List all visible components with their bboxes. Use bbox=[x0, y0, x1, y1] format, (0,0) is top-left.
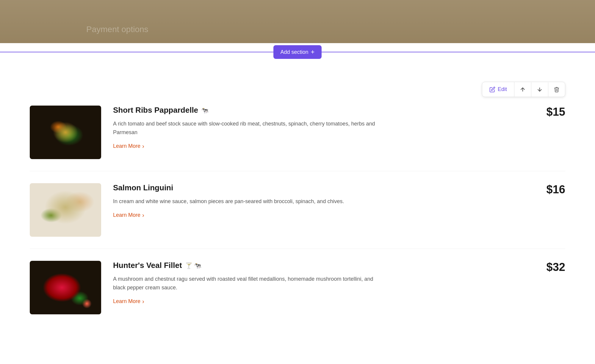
menu-item: Short Ribs Pappardelle 🐄 A rich tomato a… bbox=[30, 94, 565, 171]
chevron-right-icon: › bbox=[142, 143, 144, 150]
add-section-button[interactable]: Add section + bbox=[273, 45, 322, 59]
learn-more-link[interactable]: Learn More › bbox=[113, 298, 535, 305]
hero-section: Payment options bbox=[0, 0, 595, 43]
learn-more-link[interactable]: Learn More › bbox=[113, 212, 535, 219]
toolbar: Edit bbox=[482, 82, 565, 97]
menu-item-name: Short Ribs Pappardelle bbox=[113, 106, 198, 115]
move-down-button[interactable] bbox=[531, 82, 548, 97]
menu-item-name: Salmon Linguini bbox=[113, 183, 173, 192]
menu-item-badge: 🍸 🐄 bbox=[185, 262, 202, 269]
edit-icon bbox=[489, 87, 495, 92]
menu-item-price: $16 bbox=[547, 183, 565, 196]
chevron-right-icon: › bbox=[142, 212, 144, 219]
menu-item-content: Salmon Linguini In cream and white wine … bbox=[113, 183, 535, 219]
menu-item-description: A mushroom and chestnut ragu served with… bbox=[113, 275, 381, 292]
menu-item-content: Short Ribs Pappardelle 🐄 A rich tomato a… bbox=[113, 106, 535, 150]
menu-item-image bbox=[30, 261, 101, 314]
learn-more-label: Learn More bbox=[113, 298, 140, 305]
hero-overlay bbox=[0, 0, 595, 43]
menu-item-header: Salmon Linguini bbox=[113, 183, 535, 192]
toolbar-container: Edit bbox=[0, 61, 595, 85]
learn-more-label: Learn More bbox=[113, 143, 140, 149]
menu-item-badge: 🐄 bbox=[201, 107, 209, 114]
add-section-label: Add section bbox=[281, 49, 309, 55]
content-area: Short Ribs Pappardelle 🐄 A rich tomato a… bbox=[0, 85, 595, 335]
menu-item-description: A rich tomato and beef stock sauce with … bbox=[113, 120, 381, 137]
trash-icon bbox=[554, 87, 560, 92]
menu-item-image bbox=[30, 106, 101, 159]
menu-item: Salmon Linguini In cream and white wine … bbox=[30, 171, 565, 249]
menu-item-price: $15 bbox=[547, 106, 565, 118]
menu-item-image bbox=[30, 183, 101, 237]
menu-item-price: $32 bbox=[547, 261, 565, 274]
menu-item-header: Short Ribs Pappardelle 🐄 bbox=[113, 106, 535, 115]
edit-button[interactable]: Edit bbox=[482, 82, 514, 97]
learn-more-label: Learn More bbox=[113, 212, 140, 218]
menu-item-name: Hunter's Veal Fillet bbox=[113, 261, 182, 270]
menu-item-description: In cream and white wine sauce, salmon pi… bbox=[113, 197, 381, 206]
chevron-right-icon: › bbox=[142, 298, 144, 305]
edit-label: Edit bbox=[498, 86, 507, 92]
hero-payment-text: Payment options bbox=[86, 25, 148, 34]
move-up-button[interactable] bbox=[514, 82, 531, 97]
add-section-bar: Add section + bbox=[0, 43, 595, 61]
menu-item-header: Hunter's Veal Fillet 🍸 🐄 bbox=[113, 261, 535, 270]
delete-button[interactable] bbox=[548, 82, 565, 97]
plus-icon: + bbox=[311, 48, 315, 56]
arrow-down-icon bbox=[537, 87, 543, 92]
learn-more-link[interactable]: Learn More › bbox=[113, 143, 535, 150]
arrow-up-icon bbox=[520, 87, 526, 92]
menu-item: Hunter's Veal Fillet 🍸 🐄 A mushroom and … bbox=[30, 249, 565, 326]
menu-item-content: Hunter's Veal Fillet 🍸 🐄 A mushroom and … bbox=[113, 261, 535, 305]
